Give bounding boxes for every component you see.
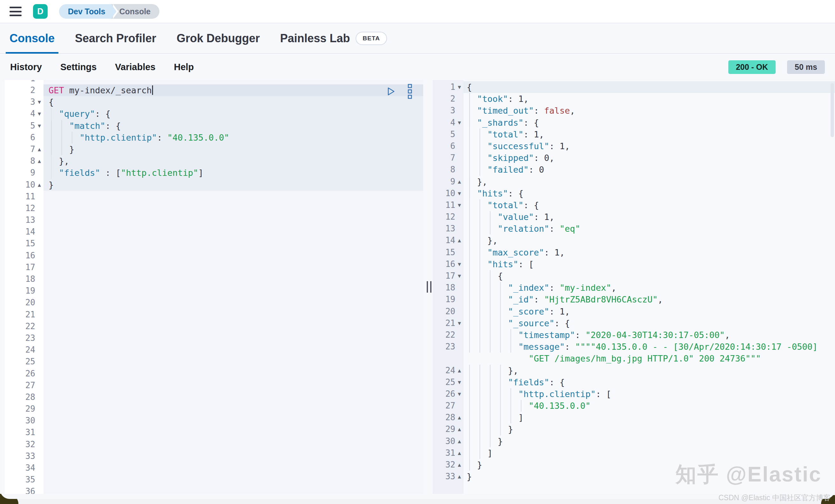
fold-collapse-icon[interactable]: ▼: [35, 120, 43, 132]
request-line[interactable]: 32: [5, 439, 423, 450]
fold-expand-icon[interactable]: ▲: [455, 459, 464, 471]
fold-expand-icon[interactable]: ▲: [35, 155, 43, 167]
code-text[interactable]: },: [464, 234, 835, 246]
code-text[interactable]: [43, 250, 423, 261]
request-line[interactable]: 17: [5, 261, 423, 273]
menu-help[interactable]: Help: [174, 62, 194, 72]
code-text[interactable]: "_id": "HjtrZ5ABdr8VH6CAsczU",: [464, 294, 835, 305]
fold-expand-icon[interactable]: ▲: [35, 144, 43, 155]
code-text[interactable]: },: [464, 176, 835, 188]
code-text[interactable]: "timed_out": false,: [464, 105, 835, 117]
tab-grok-debugger[interactable]: Grok Debugger: [177, 23, 260, 53]
code-text[interactable]: {: [464, 81, 835, 93]
code-text[interactable]: "http.clientip": "40.135.0.0": [43, 132, 423, 144]
response-line[interactable]: 15"max_score": 1,: [433, 247, 835, 258]
fold-collapse-icon[interactable]: ▼: [455, 388, 464, 400]
request-line[interactable]: 34: [5, 462, 423, 474]
fold-collapse-icon[interactable]: ▼: [455, 81, 464, 93]
code-text[interactable]: "http.clientip": [: [464, 388, 835, 400]
code-text[interactable]: "total": {: [464, 199, 835, 211]
fold-collapse-icon[interactable]: ▼: [455, 317, 464, 329]
response-line[interactable]: 12"value": 1,: [433, 211, 835, 223]
response-scrollbar-thumb[interactable]: [831, 83, 834, 137]
fold-expand-icon[interactable]: ▲: [455, 423, 464, 435]
code-text[interactable]: "relation": "eq": [464, 223, 835, 234]
response-line[interactable]: 27"40.135.0.0": [433, 400, 835, 412]
response-line[interactable]: 11▼"total": {: [433, 199, 835, 211]
code-text[interactable]: "match": {: [43, 120, 423, 132]
code-text[interactable]: [43, 191, 423, 203]
code-text[interactable]: [43, 80, 423, 84]
code-text[interactable]: [43, 439, 423, 450]
code-text[interactable]: "took": 1,: [464, 93, 835, 105]
code-text[interactable]: "_index": "my-index",: [464, 282, 835, 294]
request-line[interactable]: 14: [5, 226, 423, 238]
response-line[interactable]: 8"failed": 0: [433, 164, 835, 175]
response-line[interactable]: 28▲]: [433, 412, 835, 423]
request-line[interactable]: 1: [5, 80, 423, 84]
code-text[interactable]: [43, 450, 423, 462]
response-line[interactable]: 14▲},: [433, 234, 835, 246]
response-line[interactable]: "GET /images/hm_bg.jpg HTTP/1.0" 200 247…: [433, 353, 835, 364]
response-line[interactable]: 9▲},: [433, 176, 835, 188]
request-line[interactable]: 31: [5, 426, 423, 438]
request-line[interactable]: 12: [5, 203, 423, 214]
request-line[interactable]: 9"fields" : ["http.clientip"]: [5, 167, 423, 179]
menu-hamburger-icon[interactable]: [9, 7, 22, 16]
response-line[interactable]: 20"_score": 1,: [433, 306, 835, 317]
deployment-logo[interactable]: D: [33, 4, 48, 19]
fold-collapse-icon[interactable]: ▼: [35, 96, 43, 108]
request-line[interactable]: 28: [5, 391, 423, 403]
menu-variables[interactable]: Variables: [115, 62, 155, 72]
response-line[interactable]: 24▲},: [433, 365, 835, 376]
code-text[interactable]: {: [43, 96, 423, 108]
code-text[interactable]: "successful": 1,: [464, 140, 835, 152]
code-text[interactable]: "query": {: [43, 108, 423, 120]
tab-search-profiler[interactable]: Search Profiler: [75, 23, 156, 53]
request-line[interactable]: 19: [5, 285, 423, 297]
code-text[interactable]: [43, 486, 423, 494]
code-text[interactable]: [43, 203, 423, 214]
fold-expand-icon[interactable]: ▲: [455, 436, 464, 447]
code-text[interactable]: [43, 238, 423, 250]
response-line[interactable]: 4▼"_shards": {: [433, 117, 835, 128]
code-text[interactable]: "fields" : ["http.clientip"]: [43, 167, 423, 179]
fold-expand-icon[interactable]: ▲: [455, 447, 464, 459]
breadcrumb-dev-tools[interactable]: Dev Tools: [59, 4, 111, 19]
code-text[interactable]: },: [464, 365, 835, 376]
response-line[interactable]: 16▼"hits": [: [433, 258, 835, 270]
request-line[interactable]: 23: [5, 332, 423, 344]
response-line[interactable]: 2"took": 1,: [433, 93, 835, 105]
request-line[interactable]: 10▲}: [5, 179, 423, 191]
menu-history[interactable]: History: [10, 62, 42, 72]
request-line[interactable]: 7▲}: [5, 144, 423, 155]
response-line[interactable]: 31▲]: [433, 447, 835, 459]
code-text[interactable]: "hits": {: [464, 188, 835, 199]
response-line[interactable]: 10▼"hits": {: [433, 188, 835, 199]
response-line[interactable]: 21▼"_source": {: [433, 317, 835, 329]
fold-expand-icon[interactable]: ▲: [455, 471, 464, 482]
request-line[interactable]: 25: [5, 356, 423, 368]
code-text[interactable]: "timestamp": "2020-04-30T14:30:17-05:00"…: [464, 329, 835, 341]
code-text[interactable]: }: [43, 179, 423, 191]
fold-expand-icon[interactable]: ▲: [455, 176, 464, 188]
fold-collapse-icon[interactable]: ▼: [455, 258, 464, 270]
code-text[interactable]: [43, 214, 423, 226]
code-text[interactable]: [43, 474, 423, 486]
request-line[interactable]: 24: [5, 344, 423, 356]
response-line[interactable]: 23"message": """"40.135.0.0 - - [30/Apr/…: [433, 341, 835, 353]
response-line[interactable]: 30▲}: [433, 436, 835, 447]
code-text[interactable]: [43, 462, 423, 474]
code-text[interactable]: "failed": 0: [464, 164, 835, 175]
response-line[interactable]: 19"_id": "HjtrZ5ABdr8VH6CAsczU",: [433, 294, 835, 305]
code-text[interactable]: "total": 1,: [464, 128, 835, 140]
response-line[interactable]: 29▲}: [433, 423, 835, 435]
fold-collapse-icon[interactable]: ▼: [455, 188, 464, 199]
code-text[interactable]: [43, 415, 423, 426]
request-line[interactable]: 33: [5, 450, 423, 462]
code-text[interactable]: "40.135.0.0": [464, 400, 835, 412]
response-line[interactable]: 22"timestamp": "2020-04-30T14:30:17-05:0…: [433, 329, 835, 341]
send-request-button[interactable]: [385, 86, 396, 98]
code-text[interactable]: [43, 285, 423, 297]
fold-collapse-icon[interactable]: ▼: [455, 376, 464, 388]
